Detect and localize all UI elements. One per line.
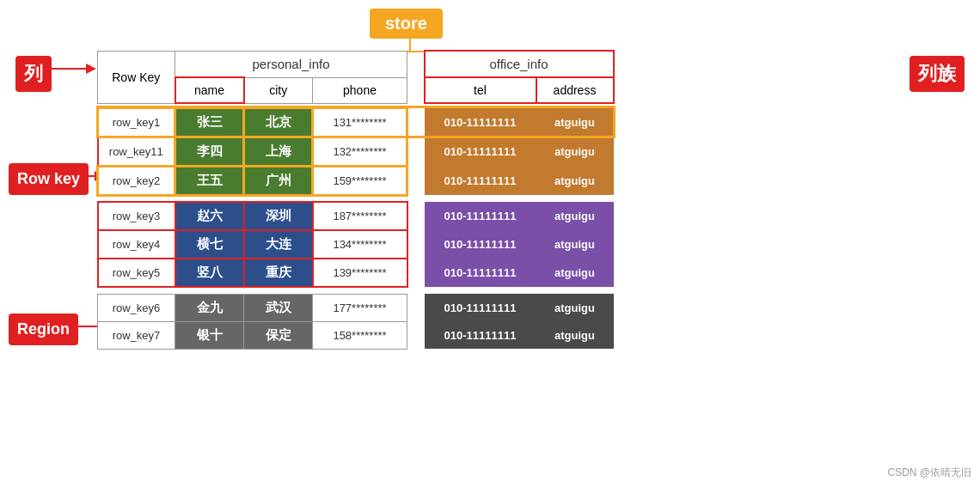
g2-r1-name: 赵六 — [175, 202, 244, 230]
g1-r1-name: 张三 — [175, 107, 244, 137]
g2-r3-tel: 010-11111111 — [425, 259, 536, 287]
g1-r2-name: 李四 — [175, 137, 244, 166]
spacer7 — [407, 230, 425, 259]
g1-r3-key: row_key2 — [98, 166, 175, 195]
table-row: row_key4 横七 大连 134******** 010-11111111 … — [98, 230, 614, 259]
g1-r3-phone: 159******** — [313, 166, 407, 195]
lie-text: 列 — [24, 63, 43, 84]
svg-marker-1 — [86, 64, 96, 74]
g3-r2-addr: atguigu — [536, 321, 614, 349]
g1-r2-phone: 132******** — [313, 137, 407, 166]
g1-r2-key: row_key11 — [98, 137, 175, 166]
g1-r1-phone: 131******** — [313, 107, 407, 137]
store-label: store — [370, 9, 443, 39]
g3-r2-name: 银十 — [175, 321, 244, 349]
g2-r3-name: 竖八 — [175, 259, 244, 287]
table-row: row_key3 赵六 深圳 187******** 010-11111111 … — [98, 202, 614, 230]
g2-r2-name: 横七 — [175, 230, 244, 259]
g3-r1-phone: 177******** — [313, 294, 407, 321]
store-label-text: store — [385, 14, 427, 33]
main-container: store 列 Row key Region 列族 Row Key person… — [0, 0, 980, 487]
main-table-container: Row Key personal_info office_info name c… — [96, 50, 615, 350]
spacer10 — [407, 321, 425, 349]
spacer2 — [407, 77, 425, 103]
watermark: CSDN @依晴无旧 — [887, 466, 971, 480]
table-row: row_key1 张三 北京 131******** 010-11111111 … — [98, 107, 614, 137]
table-row: row_key2 王五 广州 159******** 010-11111111 … — [98, 166, 614, 195]
gap-row-3 — [98, 287, 614, 294]
g1-r3-tel: 010-11111111 — [425, 166, 536, 195]
g1-r3-city: 广州 — [244, 166, 313, 195]
table-row: row_key5 竖八 重庆 139******** 010-11111111 … — [98, 259, 614, 287]
region-text: Region — [17, 320, 70, 338]
g2-r2-city: 大连 — [244, 230, 313, 259]
spacer3 — [407, 107, 425, 137]
g1-r3-name: 王五 — [175, 166, 244, 195]
g2-r3-phone: 139******** — [313, 259, 407, 287]
spacer9 — [407, 294, 425, 321]
spacer4 — [407, 137, 425, 166]
name-col-header: name — [175, 77, 244, 103]
g3-r1-addr: atguigu — [536, 294, 614, 321]
rowkey-text: Row key — [17, 170, 80, 187]
g2-r1-city: 深圳 — [244, 202, 313, 230]
spacer5 — [407, 166, 425, 195]
rowkey-header: Row Key — [98, 51, 175, 103]
table-row: row_key7 银十 保定 158******** 010-11111111 … — [98, 321, 614, 349]
tel-col-header: tel — [425, 77, 536, 103]
gap-row-2 — [98, 195, 614, 202]
g2-r2-phone: 134******** — [313, 230, 407, 259]
g3-r1-name: 金九 — [175, 294, 244, 321]
liezu-label: 列族 — [910, 56, 965, 92]
header-row-1: Row Key personal_info office_info — [98, 51, 614, 77]
g1-r2-addr: atguigu — [536, 137, 614, 166]
office-info-header: office_info — [425, 51, 614, 77]
g2-r2-addr: atguigu — [536, 230, 614, 259]
g3-r2-tel: 010-11111111 — [425, 321, 536, 349]
liezu-text: 列族 — [918, 63, 956, 84]
g2-r2-tel: 010-11111111 — [425, 230, 536, 259]
personal-info-header: personal_info — [175, 51, 407, 77]
spacer8 — [407, 259, 425, 287]
g1-r1-city: 北京 — [244, 107, 313, 137]
g3-r1-key: row_key6 — [98, 294, 175, 321]
g1-r2-city: 上海 — [244, 137, 313, 166]
phone-col-header: phone — [313, 77, 407, 103]
g1-r3-addr: atguigu — [536, 166, 614, 195]
spacer1 — [407, 51, 425, 77]
city-col-header: city — [244, 77, 313, 103]
rowkey-label: Row key — [9, 163, 89, 195]
g1-r1-tel: 010-11111111 — [425, 107, 536, 137]
g2-r3-addr: atguigu — [536, 259, 614, 287]
g2-r3-city: 重庆 — [244, 259, 313, 287]
lie-label: 列 — [15, 56, 52, 92]
g2-r1-phone: 187******** — [313, 202, 407, 230]
g1-r1-key: row_key1 — [98, 107, 175, 137]
table-row: row_key6 金九 武汉 177******** 010-11111111 … — [98, 294, 614, 321]
g1-r2-tel: 010-11111111 — [425, 137, 536, 166]
main-table: Row Key personal_info office_info name c… — [96, 50, 615, 350]
addr-col-header: address — [536, 77, 614, 103]
table-row: row_key11 李四 上海 132******** 010-11111111… — [98, 137, 614, 166]
g2-r1-key: row_key3 — [98, 202, 175, 230]
g2-r2-key: row_key4 — [98, 230, 175, 259]
g3-r1-city: 武汉 — [244, 294, 313, 321]
g3-r2-key: row_key7 — [98, 321, 175, 349]
g2-r1-tel: 010-11111111 — [425, 202, 536, 230]
g3-r1-tel: 010-11111111 — [425, 294, 536, 321]
g3-r2-city: 保定 — [244, 321, 313, 349]
g2-r3-key: row_key5 — [98, 259, 175, 287]
g1-r1-addr: atguigu — [536, 107, 614, 137]
region-label: Region — [9, 314, 78, 345]
spacer6 — [407, 202, 425, 230]
header-row-2: name city phone tel address — [98, 77, 614, 103]
g3-r2-phone: 158******** — [313, 321, 407, 349]
g2-r1-addr: atguigu — [536, 202, 614, 230]
